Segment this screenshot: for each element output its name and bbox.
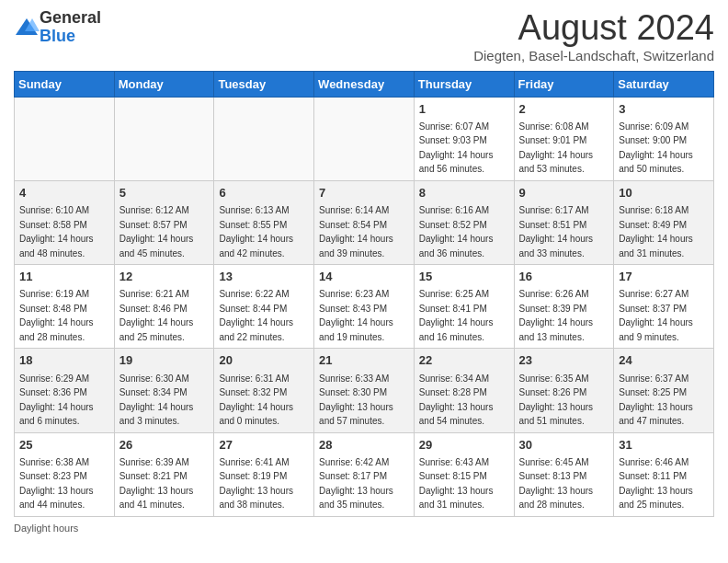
- day-info: Sunrise: 6:08 AM Sunset: 9:01 PM Dayligh…: [519, 121, 594, 175]
- day-info: Sunrise: 6:16 AM Sunset: 8:52 PM Dayligh…: [419, 205, 494, 259]
- day-number: 15: [419, 269, 509, 285]
- table-row: 16Sunrise: 6:26 AM Sunset: 8:39 PM Dayli…: [514, 265, 614, 349]
- table-row: 22Sunrise: 6:34 AM Sunset: 8:28 PM Dayli…: [414, 349, 514, 432]
- day-info: Sunrise: 6:43 AM Sunset: 8:15 PM Dayligh…: [419, 457, 494, 511]
- day-number: 13: [219, 269, 309, 285]
- day-number: 20: [219, 352, 309, 369]
- table-row: 1Sunrise: 6:07 AM Sunset: 9:03 PM Daylig…: [414, 97, 514, 180]
- calendar-day-header: Saturday: [614, 71, 714, 97]
- day-number: 25: [19, 437, 109, 454]
- day-info: Sunrise: 6:26 AM Sunset: 8:39 PM Dayligh…: [519, 289, 594, 342]
- table-row: 24Sunrise: 6:37 AM Sunset: 8:25 PM Dayli…: [614, 349, 714, 432]
- table-row: [114, 97, 214, 180]
- day-number: 26: [119, 437, 210, 454]
- title-area: August 2024 Diegten, Basel-Landschaft, S…: [473, 9, 714, 63]
- calendar-header-row: SundayMondayTuesdayWednesdayThursdayFrid…: [15, 71, 714, 97]
- table-row: 18Sunrise: 6:29 AM Sunset: 8:36 PM Dayli…: [15, 349, 115, 432]
- calendar-day-header: Friday: [514, 71, 614, 97]
- day-number: 29: [419, 437, 509, 454]
- table-row: 27Sunrise: 6:41 AM Sunset: 8:19 PM Dayli…: [214, 432, 314, 516]
- table-row: 12Sunrise: 6:21 AM Sunset: 8:46 PM Dayli…: [114, 265, 214, 349]
- table-row: 19Sunrise: 6:30 AM Sunset: 8:34 PM Dayli…: [114, 349, 214, 432]
- calendar-week-row: 11Sunrise: 6:19 AM Sunset: 8:48 PM Dayli…: [15, 265, 714, 349]
- table-row: 9Sunrise: 6:17 AM Sunset: 8:51 PM Daylig…: [514, 180, 614, 264]
- day-number: 10: [619, 185, 709, 201]
- calendar-week-row: 18Sunrise: 6:29 AM Sunset: 8:36 PM Dayli…: [15, 349, 714, 432]
- day-info: Sunrise: 6:17 AM Sunset: 8:51 PM Dayligh…: [519, 205, 594, 259]
- day-info: Sunrise: 6:33 AM Sunset: 8:30 PM Dayligh…: [319, 373, 393, 427]
- table-row: 8Sunrise: 6:16 AM Sunset: 8:52 PM Daylig…: [414, 180, 514, 264]
- day-info: Sunrise: 6:41 AM Sunset: 8:19 PM Dayligh…: [219, 457, 293, 511]
- day-info: Sunrise: 6:19 AM Sunset: 8:48 PM Dayligh…: [19, 289, 94, 342]
- subtitle: Diegten, Basel-Landschaft, Switzerland: [473, 48, 714, 63]
- day-number: 23: [519, 352, 609, 369]
- table-row: [15, 97, 115, 180]
- table-row: 3Sunrise: 6:09 AM Sunset: 9:00 PM Daylig…: [614, 97, 714, 180]
- table-row: 26Sunrise: 6:39 AM Sunset: 8:21 PM Dayli…: [114, 432, 214, 516]
- calendar-day-header: Tuesday: [214, 71, 314, 97]
- day-number: 7: [319, 185, 409, 201]
- table-row: 13Sunrise: 6:22 AM Sunset: 8:44 PM Dayli…: [214, 265, 314, 349]
- logo-general-text: General: [40, 8, 101, 27]
- day-number: 8: [419, 185, 509, 201]
- day-info: Sunrise: 6:09 AM Sunset: 9:00 PM Dayligh…: [619, 121, 693, 175]
- calendar-day-header: Sunday: [15, 71, 115, 97]
- day-info: Sunrise: 6:07 AM Sunset: 9:03 PM Dayligh…: [419, 121, 494, 175]
- day-info: Sunrise: 6:37 AM Sunset: 8:25 PM Dayligh…: [619, 373, 693, 427]
- header: General Blue August 2024 Diegten, Basel-…: [14, 9, 714, 63]
- logo: General Blue: [14, 9, 101, 46]
- table-row: 6Sunrise: 6:13 AM Sunset: 8:55 PM Daylig…: [214, 180, 314, 264]
- day-number: 4: [19, 185, 109, 201]
- day-number: 14: [319, 269, 409, 285]
- day-number: 27: [219, 437, 309, 454]
- day-info: Sunrise: 6:35 AM Sunset: 8:26 PM Dayligh…: [519, 373, 594, 427]
- table-row: 15Sunrise: 6:25 AM Sunset: 8:41 PM Dayli…: [414, 265, 514, 349]
- calendar-week-row: 1Sunrise: 6:07 AM Sunset: 9:03 PM Daylig…: [15, 97, 714, 180]
- day-number: 22: [419, 352, 509, 369]
- month-title: August 2024: [473, 9, 714, 48]
- day-info: Sunrise: 6:29 AM Sunset: 8:36 PM Dayligh…: [19, 373, 94, 427]
- day-number: 3: [619, 101, 709, 118]
- calendar-day-header: Wednesday: [314, 71, 415, 97]
- table-row: 28Sunrise: 6:42 AM Sunset: 8:17 PM Dayli…: [314, 432, 415, 516]
- calendar-week-row: 4Sunrise: 6:10 AM Sunset: 8:58 PM Daylig…: [15, 180, 714, 264]
- table-row: 29Sunrise: 6:43 AM Sunset: 8:15 PM Dayli…: [414, 432, 514, 516]
- calendar-table: SundayMondayTuesdayWednesdayThursdayFrid…: [14, 71, 714, 517]
- day-info: Sunrise: 6:18 AM Sunset: 8:49 PM Dayligh…: [619, 205, 693, 259]
- day-info: Sunrise: 6:13 AM Sunset: 8:55 PM Dayligh…: [219, 205, 293, 259]
- table-row: 20Sunrise: 6:31 AM Sunset: 8:32 PM Dayli…: [214, 349, 314, 432]
- day-number: 24: [619, 352, 709, 369]
- table-row: 17Sunrise: 6:27 AM Sunset: 8:37 PM Dayli…: [614, 265, 714, 349]
- table-row: 30Sunrise: 6:45 AM Sunset: 8:13 PM Dayli…: [514, 432, 614, 516]
- day-info: Sunrise: 6:21 AM Sunset: 8:46 PM Dayligh…: [119, 289, 194, 342]
- logo-blue-text: Blue: [40, 27, 75, 45]
- day-info: Sunrise: 6:31 AM Sunset: 8:32 PM Dayligh…: [219, 373, 293, 427]
- day-number: 18: [19, 352, 109, 369]
- table-row: 14Sunrise: 6:23 AM Sunset: 8:43 PM Dayli…: [314, 265, 415, 349]
- table-row: 21Sunrise: 6:33 AM Sunset: 8:30 PM Dayli…: [314, 349, 415, 432]
- table-row: 2Sunrise: 6:08 AM Sunset: 9:01 PM Daylig…: [514, 97, 614, 180]
- day-number: 6: [219, 185, 309, 201]
- footer-note: Daylight hours: [14, 523, 714, 534]
- day-number: 16: [519, 269, 609, 285]
- day-info: Sunrise: 6:38 AM Sunset: 8:23 PM Dayligh…: [19, 457, 94, 511]
- table-row: [314, 97, 415, 180]
- logo-icon: [14, 15, 40, 40]
- table-row: 10Sunrise: 6:18 AM Sunset: 8:49 PM Dayli…: [614, 180, 714, 264]
- table-row: 25Sunrise: 6:38 AM Sunset: 8:23 PM Dayli…: [15, 432, 115, 516]
- calendar-day-header: Thursday: [414, 71, 514, 97]
- day-number: 9: [519, 185, 609, 201]
- day-number: 5: [119, 185, 210, 201]
- day-info: Sunrise: 6:46 AM Sunset: 8:11 PM Dayligh…: [619, 457, 693, 511]
- day-number: 2: [519, 101, 609, 118]
- calendar-week-row: 25Sunrise: 6:38 AM Sunset: 8:23 PM Dayli…: [15, 432, 714, 516]
- day-info: Sunrise: 6:42 AM Sunset: 8:17 PM Dayligh…: [319, 457, 393, 511]
- day-info: Sunrise: 6:23 AM Sunset: 8:43 PM Dayligh…: [319, 289, 393, 342]
- table-row: 7Sunrise: 6:14 AM Sunset: 8:54 PM Daylig…: [314, 180, 415, 264]
- table-row: 4Sunrise: 6:10 AM Sunset: 8:58 PM Daylig…: [15, 180, 115, 264]
- day-info: Sunrise: 6:25 AM Sunset: 8:41 PM Dayligh…: [419, 289, 494, 342]
- day-number: 19: [119, 352, 210, 369]
- day-number: 12: [119, 269, 210, 285]
- table-row: [214, 97, 314, 180]
- day-number: 28: [319, 437, 409, 454]
